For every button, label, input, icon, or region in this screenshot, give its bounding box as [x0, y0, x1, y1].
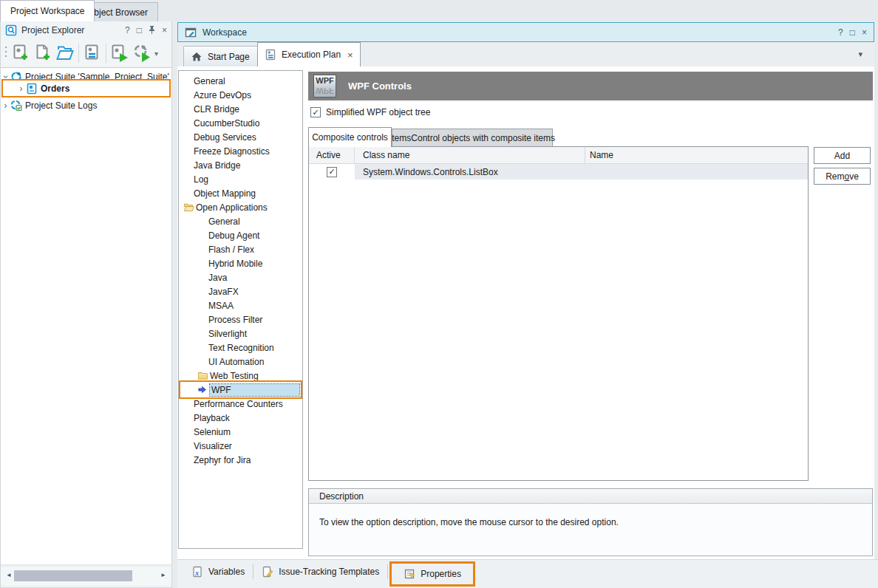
tree-item-label: Project Suite Logs: [25, 100, 97, 111]
run-dropdown-icon[interactable]: ▾: [154, 49, 158, 58]
maximize-icon[interactable]: □: [137, 26, 142, 35]
new-project-suite-button[interactable]: [10, 41, 32, 65]
tree-item-orders[interactable]: Orders: [41, 83, 69, 94]
simplified-tree-checkbox[interactable]: ✓: [310, 107, 321, 117]
row-name[interactable]: [585, 164, 808, 180]
simplified-tree-label: Simplified WPF object tree: [326, 107, 430, 117]
scroll-left-icon[interactable]: ◄: [6, 572, 12, 578]
issue-tracking-icon: [262, 566, 273, 578]
project-explorer-toolbar: ▾: [1, 39, 171, 67]
remove-button[interactable]: Remove: [814, 168, 871, 185]
tab-execution-plan-label: Execution Plan: [282, 49, 341, 60]
tab-execution-plan[interactable]: Execution Plan ×: [257, 42, 361, 66]
tab-itemscontrol-objects[interactable]: ItemsControl objects with composite item…: [392, 129, 553, 146]
workspace-content: General Azure DevOps CLR Bridge Cucumber…: [177, 66, 874, 559]
close-tab-icon[interactable]: ×: [347, 49, 353, 61]
folder-closed-icon: [197, 371, 208, 380]
toolbar-grip[interactable]: [4, 45, 8, 61]
column-class-name[interactable]: Class name: [355, 147, 585, 163]
toolbar-separator: [106, 44, 106, 63]
nav-item-cucumberstudio[interactable]: CucumberStudio: [179, 116, 302, 130]
nav-item-text-recognition[interactable]: Text Recognition: [179, 341, 302, 355]
nav-item-java-bridge[interactable]: Java Bridge: [179, 158, 302, 172]
nav-item-silverlight[interactable]: Silverlight: [179, 327, 302, 341]
tab-variables[interactable]: x Variables: [183, 561, 253, 582]
tree-item-project-suite-logs[interactable]: › Project Suite Logs: [1, 98, 171, 112]
project-explorer-header: Project Explorer ? □ ×: [1, 21, 171, 39]
project-icon: [26, 83, 38, 95]
chevron-right-icon[interactable]: ›: [1, 100, 10, 111]
pin-icon[interactable]: [149, 26, 155, 35]
tab-separator: [387, 564, 388, 579]
nav-item-azure-devops[interactable]: Azure DevOps: [179, 88, 302, 102]
execution-plan-icon: [265, 49, 276, 61]
help-icon[interactable]: ?: [125, 26, 130, 35]
nav-item-performance-counters[interactable]: Performance Counters: [179, 397, 302, 411]
nav-item-javafx[interactable]: JavaFX: [179, 284, 302, 298]
column-active[interactable]: Active: [309, 147, 355, 163]
options-nav: General Azure DevOps CLR Bridge Cucumber…: [178, 70, 303, 549]
nav-item-debug-agent[interactable]: Debug Agent: [179, 228, 302, 242]
execution-plan-button[interactable]: [81, 41, 103, 65]
testcomplete-window: Project Workspace Object Browser Project…: [0, 0, 878, 588]
properties-highlight-box: Properties: [389, 561, 475, 587]
scroll-right-icon[interactable]: ►: [160, 572, 166, 578]
wpf-badge-icon: WPF WPF: [313, 75, 336, 98]
close-icon[interactable]: ×: [162, 26, 167, 35]
arrow-right-icon: [197, 385, 208, 394]
chevron-right-icon[interactable]: ›: [16, 83, 26, 94]
folder-open-icon: [183, 202, 194, 212]
properties-icon: [404, 568, 415, 580]
bottom-tab-bar: x Variables Issue-Tracking Templates Pro…: [177, 559, 878, 588]
nav-item-visualizer[interactable]: Visualizer: [179, 439, 302, 453]
nav-item-debug-services[interactable]: Debug Services: [179, 130, 302, 144]
tab-project-workspace[interactable]: Project Workspace: [0, 0, 95, 21]
scrollbar-thumb[interactable]: [14, 570, 132, 581]
nav-item-log[interactable]: Log: [179, 172, 302, 186]
nav-item-zephyr-for-jira[interactable]: Zephyr for Jira: [179, 453, 302, 467]
nav-item-web-testing[interactable]: Web Testing: [179, 369, 302, 383]
nav-item-open-apps-general[interactable]: General: [179, 214, 302, 228]
add-button[interactable]: Add: [814, 147, 871, 164]
workspace-icon: [185, 27, 197, 38]
nav-item-playback[interactable]: Playback: [179, 411, 302, 425]
row-active-checkbox[interactable]: ✓: [327, 167, 337, 177]
nav-item-general[interactable]: General: [179, 74, 302, 88]
help-icon[interactable]: ?: [838, 28, 843, 37]
nav-item-hybrid-mobile[interactable]: Hybrid Mobile: [179, 256, 302, 270]
column-name[interactable]: Name: [585, 147, 808, 163]
maximize-icon[interactable]: □: [850, 28, 855, 37]
workspace-tabstrip: Start Page × Execution Plan × ▾: [177, 42, 874, 66]
nav-item-process-filter[interactable]: Process Filter: [179, 312, 302, 327]
nav-item-clr-bridge[interactable]: CLR Bridge: [179, 102, 302, 116]
project-explorer-panel: Project Explorer ? □ ×: [0, 21, 172, 588]
horizontal-scrollbar[interactable]: ◄ ►: [1, 566, 171, 585]
simplified-tree-option[interactable]: ✓ Simplified WPF object tree: [310, 107, 430, 117]
nav-item-selenium[interactable]: Selenium: [179, 425, 302, 439]
close-icon[interactable]: ×: [862, 28, 867, 37]
nav-item-java[interactable]: Java: [179, 270, 302, 284]
row-class-name[interactable]: System.Windows.Controls.ListBox: [355, 164, 585, 180]
wpf-controls-title: WPF Controls: [348, 81, 412, 92]
tab-properties[interactable]: Properties: [395, 564, 469, 584]
tab-issue-tracking-templates[interactable]: Issue-Tracking Templates: [253, 561, 387, 582]
nav-item-open-applications[interactable]: Open Applications: [179, 200, 302, 214]
table-row[interactable]: ✓ System.Windows.Controls.ListBox: [309, 164, 808, 180]
nav-item-ui-automation[interactable]: UI Automation: [179, 355, 302, 369]
nav-item-msaa[interactable]: MSAA: [179, 298, 302, 312]
new-project-button[interactable]: [32, 41, 54, 65]
description-panel: Description To view the option descripti…: [308, 488, 873, 556]
nav-item-wpf[interactable]: WPF: [179, 383, 302, 397]
tab-composite-controls[interactable]: Composite controls: [308, 127, 392, 147]
tab-start-page[interactable]: Start Page ×: [183, 46, 269, 66]
table-header: Active Class name Name: [309, 147, 808, 164]
nav-item-object-mapping[interactable]: Object Mapping: [179, 186, 302, 200]
tab-start-page-label: Start Page: [208, 52, 250, 62]
tab-list-dropdown-icon[interactable]: ▾: [858, 49, 862, 59]
nav-item-flash-flex[interactable]: Flash / Flex: [179, 242, 302, 256]
nav-item-freeze-diagnostics[interactable]: Freeze Diagnostics: [179, 144, 302, 158]
run-project-button[interactable]: [109, 41, 131, 65]
top-tab-bar: Project Workspace Object Browser: [0, 0, 878, 21]
open-file-button[interactable]: [54, 41, 76, 65]
run-project-suite-button[interactable]: [131, 41, 153, 65]
